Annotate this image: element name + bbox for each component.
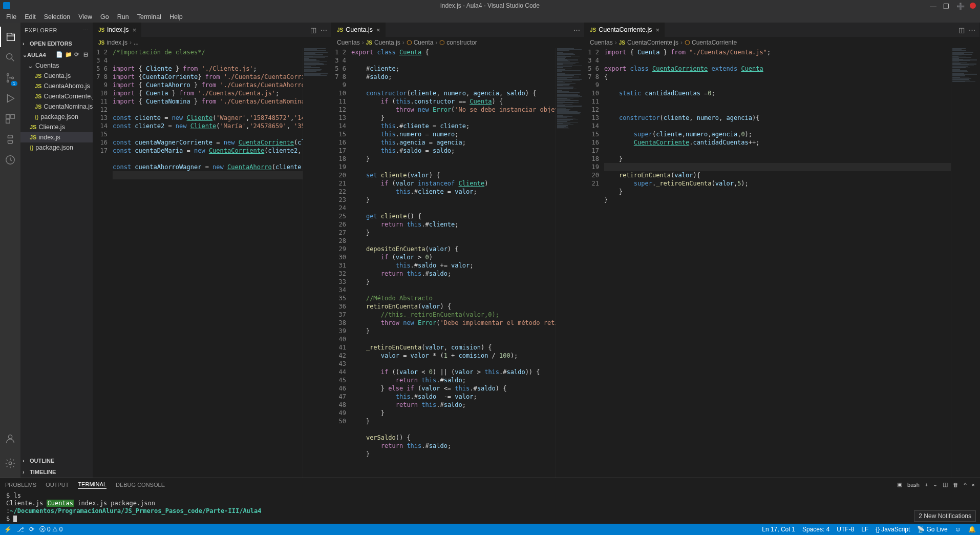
terminal-dropdown-icon[interactable]: ⌄ <box>933 481 938 488</box>
panel-tab-debug[interactable]: DEBUG CONSOLE <box>116 481 165 489</box>
code-editor-3[interactable]: 1 2 3 4 5 6 7 8 9 10 11 12 13 14 15 16 1… <box>585 48 979 478</box>
breadcrumb-item[interactable]: Cuenta.js <box>374 39 400 46</box>
menu-run[interactable]: Run <box>113 12 133 22</box>
minimap[interactable] <box>303 48 331 478</box>
sidebar-more-icon[interactable]: ⋯ <box>83 27 89 34</box>
panel-tab-terminal[interactable]: TERMINAL <box>78 480 106 489</box>
notification-toast[interactable]: 2 New Notifications <box>914 510 976 522</box>
extensions-icon[interactable] <box>0 109 20 129</box>
close-icon[interactable] <box>970 3 976 9</box>
language-mode[interactable]: {} JavaScript <box>876 526 910 533</box>
tree-item[interactable]: JSCuentaCorriente.js <box>20 91 93 101</box>
tab-cuenta[interactable]: JS Cuenta.js × <box>332 23 386 37</box>
close-tab-icon[interactable]: × <box>655 26 659 34</box>
tab-cuentacorriente[interactable]: JS CuentaCorriente.js × <box>585 23 665 37</box>
breadcrumb-item[interactable]: index.js <box>106 39 127 46</box>
gear-icon[interactable] <box>0 453 20 474</box>
tree-item[interactable]: JSCuentaAhorro.js <box>20 81 93 91</box>
breadcrumb-item[interactable]: CuentaCorriente <box>692 39 737 46</box>
new-file-icon[interactable]: 📄 <box>56 51 63 58</box>
tree-item[interactable]: {}package.json <box>20 142 93 153</box>
cursor-position[interactable]: Ln 17, Col 1 <box>762 526 795 533</box>
menu-file[interactable]: File <box>2 12 20 22</box>
split-terminal-icon[interactable]: ◫ <box>943 481 948 488</box>
terminal-body[interactable]: $ ls Cliente.js Cuentas index.js package… <box>0 491 980 524</box>
menu-view[interactable]: View <box>74 12 96 22</box>
refresh-icon[interactable]: ⟳ <box>74 51 81 58</box>
explorer-icon[interactable] <box>0 27 20 47</box>
tree-item[interactable]: JSindex.js <box>20 132 93 142</box>
close-tab-icon[interactable]: × <box>376 26 380 34</box>
restore-icon[interactable]: ❐ <box>943 3 949 9</box>
collapse-icon[interactable]: ⊟ <box>83 51 91 58</box>
tab-index[interactable]: JS index.js × <box>93 23 142 37</box>
feedback-icon[interactable]: ☺ <box>955 526 961 533</box>
run-debug-icon[interactable] <box>0 88 20 109</box>
maximize-panel-icon[interactable]: ^ <box>964 482 966 488</box>
more-icon[interactable]: ⋯ <box>573 26 580 34</box>
window-title: index.js - Aula4 - Visual Studio Code <box>440 2 540 9</box>
chevron-right-icon: › <box>402 39 404 46</box>
breadcrumb-item[interactable]: constructor <box>446 39 477 46</box>
breadcrumb-item[interactable]: Cuentas <box>337 39 360 46</box>
go-live[interactable]: 📡 Go Live <box>917 526 947 533</box>
breadcrumb-item[interactable]: Cuentas <box>590 39 613 46</box>
more-icon[interactable]: ⋯ <box>321 26 327 34</box>
outline-header[interactable]: › OUTLINE <box>20 455 93 466</box>
code-content[interactable]: /*Importación de clases*/ import { Clien… <box>113 48 303 478</box>
source-control-icon[interactable]: 1 <box>0 68 20 88</box>
split-icon[interactable]: ◫ <box>958 26 965 34</box>
new-folder-icon[interactable]: 📁 <box>65 51 72 58</box>
breadcrumb-1[interactable]: JS index.js › ... <box>93 37 331 48</box>
close-panel-icon[interactable]: × <box>972 482 975 488</box>
new-terminal-icon[interactable]: + <box>925 482 928 488</box>
panel-tab-output[interactable]: OUTPUT <box>46 481 69 489</box>
tree-item[interactable]: {}package.json <box>20 112 93 122</box>
branch[interactable]: ⎇ <box>17 526 24 533</box>
search-icon[interactable] <box>0 47 20 68</box>
panel-tab-problems[interactable]: PROBLEMS <box>5 481 36 489</box>
breadcrumb-2[interactable]: Cuentas › JS Cuenta.js › ⬡ Cuenta › ⬡ co… <box>332 37 584 48</box>
indentation[interactable]: Spaces: 4 <box>802 526 829 533</box>
menu-help[interactable]: Help <box>165 12 187 22</box>
split-icon[interactable]: ◫ <box>310 26 316 34</box>
errors[interactable]: ⓧ 0 ⚠ 0 <box>39 525 62 534</box>
kill-terminal-icon[interactable]: 🗑 <box>953 482 958 488</box>
python-icon[interactable] <box>0 129 20 150</box>
sync-icon[interactable]: ⟳ <box>29 526 34 533</box>
eol[interactable]: LF <box>861 526 868 533</box>
maximize-icon[interactable]: ➕ <box>956 3 963 9</box>
code-editor-2[interactable]: 1 2 3 4 5 6 7 8 9 10 11 12 13 14 15 16 1… <box>332 48 584 478</box>
more-icon[interactable]: ⋯ <box>969 26 975 34</box>
terminal-shell-icon[interactable]: ▣ <box>897 481 902 488</box>
breadcrumb-3[interactable]: Cuentas › JS CuentaCorriente.js › ⬡ Cuen… <box>585 37 979 48</box>
menu-selection[interactable]: Selection <box>40 12 74 22</box>
menu-go[interactable]: Go <box>96 12 113 22</box>
breadcrumb-item[interactable]: CuentaCorriente.js <box>627 39 678 46</box>
chevron-right-icon: › <box>680 39 683 46</box>
account-icon[interactable] <box>0 428 20 449</box>
live-icon[interactable] <box>0 150 20 170</box>
menu-terminal[interactable]: Terminal <box>133 12 165 22</box>
minimize-icon[interactable]: — <box>930 3 936 9</box>
minimap[interactable] <box>951 48 979 478</box>
tree-item[interactable]: JSCuenta.js <box>20 71 93 81</box>
close-tab-icon[interactable]: × <box>133 26 137 34</box>
tree-item[interactable]: JSCuentaNomina.js <box>20 101 93 112</box>
timeline-header[interactable]: › TIMELINE <box>20 466 93 478</box>
menu-edit[interactable]: Edit <box>20 12 40 22</box>
minimap[interactable] <box>556 48 584 478</box>
tree-item[interactable]: JSCliente.js <box>20 122 93 132</box>
remote-icon[interactable]: ⚡ <box>4 526 12 533</box>
code-content[interactable]: export class Cuenta { #cliente; #saldo; … <box>351 48 556 478</box>
tree-folder-cuentas[interactable]: ⌄ Cuentas <box>20 60 93 71</box>
folder-header[interactable]: ⌄ AULA4 📄 📁 ⟳ ⊟ <box>20 49 93 60</box>
bell-icon[interactable]: 🔔 <box>968 526 976 533</box>
terminal-shell[interactable]: bash <box>907 482 920 488</box>
breadcrumb-item[interactable]: ... <box>134 39 139 46</box>
code-content[interactable]: import { Cuenta } from "./Cuentas/Cuenta… <box>604 48 951 478</box>
open-editors-header[interactable]: › OPEN EDITORS <box>20 38 93 49</box>
code-editor-1[interactable]: 1 2 3 4 5 6 7 8 9 10 11 12 13 14 15 16 1… <box>93 48 331 478</box>
breadcrumb-item[interactable]: Cuenta <box>414 39 434 46</box>
encoding[interactable]: UTF-8 <box>837 526 854 533</box>
